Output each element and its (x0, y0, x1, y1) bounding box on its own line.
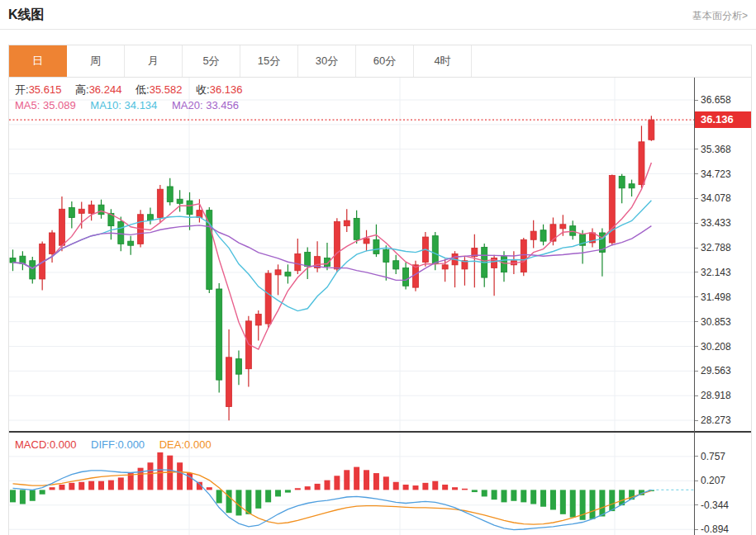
axis-tick-label: 31.498 (695, 291, 731, 304)
kline-widget: 日 周 月 5分 15分 30分 60分 4时 开:35.615 高:36.24… (8, 45, 752, 535)
topbar: K线图 基本面分析> (0, 0, 756, 24)
axis-tick-label: 32.143 (695, 266, 731, 279)
price-axis: 36.65836.01335.36834.72334.07833.43332.7… (694, 78, 751, 535)
ma-readout: MA5: 35.089 MA10: 34.134 MA20: 33.456 (15, 99, 250, 111)
axis-tick-label: 35.368 (695, 143, 731, 156)
tab-30min[interactable]: 30分 (298, 45, 356, 77)
dea-value: DEA:0.000 (159, 438, 212, 451)
low-label: 低: (136, 83, 150, 96)
axis-tick-label: 28.918 (695, 389, 731, 402)
ma20-readout: MA20: 33.456 (172, 99, 239, 111)
axis-tick-label: 0.207 (695, 474, 725, 487)
open-value: 35.615 (29, 83, 62, 96)
tab-4hour[interactable]: 4时 (414, 45, 472, 77)
axis-tick-label: 36.658 (695, 93, 731, 107)
high-value: 36.244 (89, 83, 122, 96)
high-label: 高: (75, 83, 89, 96)
diff-value: DIFF:0.000 (91, 438, 145, 451)
axis-tick-label: 30.853 (695, 315, 731, 329)
current-price-badge: 36.136 (695, 111, 751, 128)
axis-tick-label: 33.433 (695, 216, 731, 230)
chart-area: 开:35.615 高:36.244 低:35.582 收:36.136 MA5:… (9, 78, 751, 535)
macd-value: MACD:0.000 (15, 438, 76, 451)
axis-tick-label: 30.208 (695, 340, 731, 353)
tab-month[interactable]: 月 (125, 45, 183, 77)
close-value: 36.136 (210, 83, 243, 96)
axis-tick-label: -0.344 (695, 499, 729, 512)
ma10-readout: MA10: 34.134 (90, 99, 157, 111)
interval-tabs: 日 周 月 5分 15分 30分 60分 4时 (9, 45, 751, 78)
ma5-readout: MA5: 35.089 (15, 99, 76, 111)
tab-week[interactable]: 周 (67, 45, 125, 77)
tab-15min[interactable]: 15分 (240, 45, 298, 77)
ohlc-readout: 开:35.615 高:36.244 低:35.582 收:36.136 (15, 83, 253, 97)
tab-60min[interactable]: 60分 (356, 45, 414, 77)
axis-tick-label: 29.563 (695, 364, 731, 377)
open-label: 开: (15, 83, 29, 96)
axis-tick-label: -0.894 (695, 523, 729, 535)
tab-day[interactable]: 日 (9, 45, 67, 77)
page-title: K线图 (8, 7, 45, 24)
axis-tick-label: 34.078 (695, 192, 731, 205)
low-value: 35.582 (150, 83, 183, 96)
candlestick-chart[interactable] (9, 78, 694, 431)
close-label: 收: (196, 83, 210, 96)
axis-tick-label: 0.757 (695, 450, 725, 463)
axis-tick-label: 32.788 (695, 241, 731, 254)
tab-5min[interactable]: 5分 (183, 45, 240, 77)
header-divider (0, 29, 756, 30)
axis-tick-label: 34.723 (695, 168, 731, 181)
macd-readout: MACD:0.000 DIFF:0.000 DEA:0.000 (15, 438, 223, 451)
fundamental-analysis-link[interactable]: 基本面分析> (692, 9, 748, 23)
axis-tick-label: 28.273 (695, 414, 731, 427)
